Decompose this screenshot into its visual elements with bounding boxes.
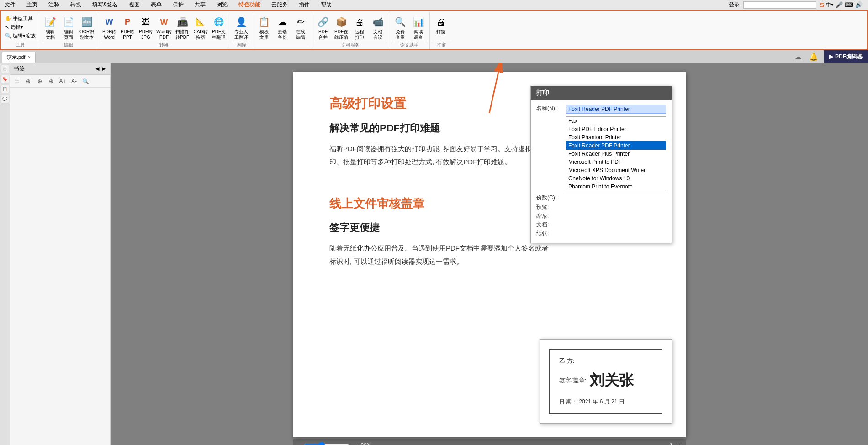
printer-ms-pdf[interactable]: Microsoft Print to PDF: [566, 158, 666, 166]
menu-protect[interactable]: 保护: [170, 0, 186, 10]
cloud-backup-button[interactable]: ☁ 云端备份: [274, 15, 291, 40]
zoom-in-button[interactable]: +: [353, 442, 357, 445]
bookmark-add2-icon[interactable]: ⊕: [35, 76, 45, 86]
section2-body: 随着无纸化办公应用普及。当遇到使用PDF文档中需要添加个人签名或者标识时, 可以…: [329, 242, 549, 268]
tab-close-button[interactable]: ×: [28, 55, 31, 60]
pdf-to-word-button[interactable]: W PDF转Word: [101, 15, 117, 40]
print-name-input[interactable]: Foxit Reader PDF Printer: [566, 105, 666, 114]
bookmark-add-icon[interactable]: ⊕: [23, 76, 33, 86]
printer-foxit-phantom[interactable]: Foxit Phantom Printer: [566, 133, 666, 141]
left-panel-btn-2[interactable]: 🔖: [1, 75, 9, 83]
ribbon-doc-services-section: 🔗 PDF合并 📦 PDF在线压缩 🖨 远程打印 📹 文档会议 文档服务: [312, 12, 389, 49]
tools-label: 工具: [4, 41, 37, 48]
print-zoom-label: 缩放:: [536, 212, 566, 220]
check-duplicate-button[interactable]: 🔍 免费查重: [392, 15, 408, 40]
bookmark-search-icon[interactable]: 🔍: [80, 76, 90, 86]
login-button[interactable]: 登录: [729, 1, 740, 9]
pdf-translate-button[interactable]: 🌐 PDF文档翻译: [211, 15, 227, 40]
scan-to-pdf-button[interactable]: 📠 扫描件转PDF: [174, 15, 191, 40]
search-input[interactable]: [743, 1, 816, 9]
pdf-tab[interactable]: 演示.pdf ×: [2, 52, 36, 63]
font-increase-icon[interactable]: A+: [58, 76, 68, 86]
menu-plugin[interactable]: 插件: [296, 0, 312, 10]
menu-file[interactable]: 文件: [2, 0, 18, 10]
sig-date-row: 日 期： 2021 年 6 月 21 日: [559, 398, 652, 406]
print-dialog: 打印 名称(N): Foxit Reader PDF Printer Fax F…: [530, 86, 672, 243]
remote-print-button[interactable]: 🖨 远程打印: [351, 15, 368, 40]
bookmark-add3-icon[interactable]: ⊕: [46, 76, 56, 86]
pdf-editor-badge[interactable]: ▶ PDF编辑器: [824, 50, 868, 63]
menu-home[interactable]: 主页: [24, 0, 40, 10]
compress-button[interactable]: 📦 PDF在线压缩: [333, 15, 349, 40]
hand-tool-button[interactable]: ✋ 手型工具: [4, 15, 37, 22]
menu-browse[interactable]: 浏览: [214, 0, 230, 10]
pro-translate-icon: 👤: [234, 15, 249, 29]
printer-ms-xps[interactable]: Microsoft XPS Document Writer: [566, 166, 666, 174]
menu-share[interactable]: 共享: [192, 0, 208, 10]
select-tool-button[interactable]: ↖ 选择▾: [4, 23, 37, 31]
menu-annotate[interactable]: 注释: [46, 0, 62, 10]
menu-sign[interactable]: 填写&签名: [90, 0, 121, 10]
fit-page-button[interactable]: ⛶: [677, 442, 682, 445]
translate-icon: 🌐: [212, 15, 226, 29]
edit-zoom-button[interactable]: 🔍 编辑▾缩放: [4, 32, 37, 40]
services-label: [256, 47, 309, 48]
read-survey-button[interactable]: 📊 阅读调查: [410, 15, 427, 40]
menu-special[interactable]: 特色功能: [236, 0, 263, 10]
bookmark-sidebar: 书签 ◀ ▶ ☰ ⊕ ⊕ ⊕ A+ A- 🔍: [10, 63, 111, 445]
sidebar-nav-next[interactable]: ▶: [101, 66, 106, 72]
printer-foxit-editor[interactable]: Foxit PDF Editor Printer: [566, 125, 666, 133]
hand-icon: ✋: [5, 16, 11, 21]
fullscreen-button[interactable]: ⤢: [667, 441, 673, 445]
print-doc-label: 文档:: [536, 221, 566, 229]
pdf-jpg-icon: 🖼: [138, 15, 153, 29]
zoom-slider[interactable]: [304, 442, 349, 445]
menu-cloud[interactable]: 云服务: [269, 0, 291, 10]
pdf-ppt-icon: P: [120, 15, 135, 29]
ribbon-pro-translate-section: 👤 专业人工翻译 翻译: [230, 12, 253, 49]
printer-foxit-reader[interactable]: Foxit Reader PDF Printer: [566, 141, 666, 150]
pdf-page: 高级打印设置 解决常见的PDF打印难题 福昕PDF阅读器拥有强大的打印功能, 界…: [293, 72, 686, 437]
edit-page-button[interactable]: 📄 编辑页面: [60, 15, 77, 40]
zoom-out-button[interactable]: −: [296, 442, 300, 445]
ocr-button[interactable]: 🔤 OCR识别文本: [79, 15, 95, 40]
template-button[interactable]: 📋 模板文库: [256, 15, 272, 40]
ribbon-tools-section: ✋ 手型工具 ↖ 选择▾ 🔍 编辑▾缩放 工具: [2, 12, 39, 49]
pdf-to-jpg-button[interactable]: 🖼 PDF转JPG: [138, 15, 154, 40]
edit-doc-button[interactable]: 📝 编辑文档: [42, 15, 58, 40]
left-panel-btn-3[interactable]: 📋: [1, 85, 9, 93]
menu-view[interactable]: 视图: [126, 0, 143, 10]
cursor-icon: ↖: [5, 24, 9, 30]
merge-icon: 🔗: [316, 15, 330, 29]
printer-fax[interactable]: Fax: [566, 117, 666, 125]
word-to-pdf-button[interactable]: W Word转PDF: [156, 15, 172, 40]
bookmark-list-icon[interactable]: ☰: [12, 76, 22, 86]
cloud-icon: ☁: [793, 52, 804, 61]
cad-convert-button[interactable]: 📐 CAD转换器: [192, 15, 209, 40]
remote-print-icon: 🖨: [352, 15, 367, 29]
left-panel-btn-4[interactable]: 💬: [1, 95, 9, 103]
meeting-button[interactable]: 📹 文档会议: [370, 15, 386, 40]
compress-icon: 📦: [334, 15, 349, 29]
sidebar-nav-prev[interactable]: ◀: [95, 66, 100, 72]
zoom-icon: 🔍: [5, 33, 11, 39]
left-panel-btn-1[interactable]: ⊞: [1, 65, 9, 73]
edit-doc-icon: 📝: [43, 15, 58, 29]
printer-phantom-evernote[interactable]: Phantom Print to Evernote: [566, 183, 666, 191]
ocr-icon: 🔤: [79, 15, 94, 29]
ribbon-convert-section: W PDF转Word P PDF转PPT 🖼 PDF转JPG W Word转PD…: [98, 12, 230, 49]
signature-dialog: 乙 方: 签字/盖章: 刘关张 日 期： 2021 年 6 月 21 日: [540, 339, 672, 424]
print-window-button[interactable]: 🖨 打窗: [433, 15, 449, 35]
pdf-to-ppt-button[interactable]: P PDF转PPT: [119, 15, 136, 40]
font-decrease-icon[interactable]: A-: [69, 76, 79, 86]
pdf-merge-button[interactable]: 🔗 PDF合并: [315, 15, 331, 40]
edit-page-icon: 📄: [61, 15, 76, 29]
printer-onenote[interactable]: OneNote for Windows 10: [566, 174, 666, 183]
online-edit-button[interactable]: ✏ 在线编辑: [292, 15, 309, 40]
print-copies-row: 份数(C):: [536, 194, 666, 202]
menu-help[interactable]: 帮助: [318, 0, 334, 10]
printer-foxit-plus[interactable]: Foxit Reader Plus Printer: [566, 150, 666, 158]
menu-convert[interactable]: 转换: [68, 0, 84, 10]
pro-translate-button[interactable]: 👤 专业人工翻译: [233, 15, 249, 40]
menu-form[interactable]: 表单: [148, 0, 164, 10]
